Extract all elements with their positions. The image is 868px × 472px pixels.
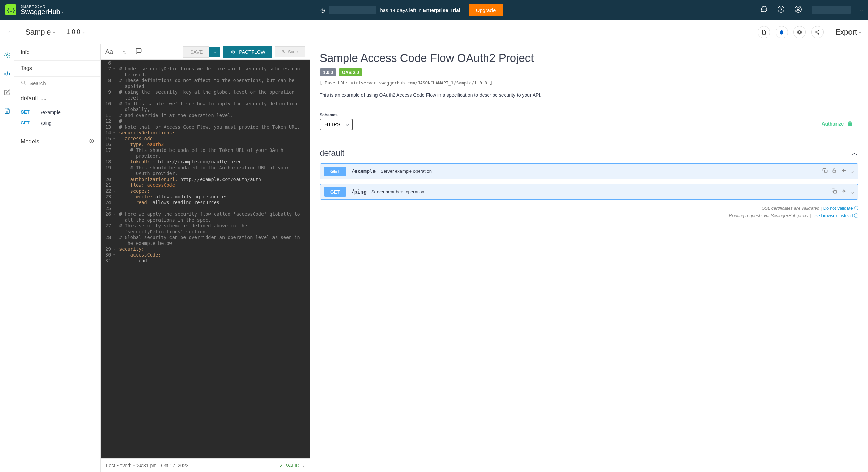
svg-point-8 — [815, 31, 817, 33]
tag-default[interactable]: default ︿ — [320, 148, 858, 158]
authorize-button[interactable]: Authorize — [816, 118, 858, 130]
svg-line-15 — [24, 84, 25, 85]
svg-point-7 — [818, 30, 819, 31]
svg-rect-22 — [834, 191, 837, 193]
user-icon[interactable] — [794, 5, 802, 15]
left-rail — [0, 44, 14, 472]
svg-point-2 — [765, 9, 765, 9]
share-button[interactable] — [811, 26, 824, 38]
chev-icon[interactable]: ⌵ — [851, 188, 854, 195]
chevron-up-icon: ︿ — [41, 95, 46, 102]
chev-icon[interactable]: ⌵ — [851, 168, 854, 174]
do-not-validate-link[interactable]: Do not validate ⓘ — [823, 206, 858, 211]
document-button[interactable] — [758, 26, 770, 38]
upgrade-button[interactable]: Upgrade — [469, 4, 503, 16]
validation-status[interactable]: ✓ VALID ⌵ — [279, 463, 304, 468]
nav-group-default[interactable]: default ︿ — [14, 90, 100, 107]
editor-status-bar: Last Saved: 5:24:31 pm - Oct 17, 2023 ✓ … — [101, 458, 310, 472]
copy-icon[interactable] — [832, 188, 837, 195]
path-label: /example — [41, 109, 61, 115]
op-path: /ping — [351, 189, 367, 195]
user-dropdown-caret[interactable]: ⌵ — [860, 8, 863, 12]
base-url: [ Base URL: virtserver.swaggerhub.com/JA… — [320, 80, 858, 86]
nav-tags[interactable]: Tags — [14, 61, 100, 77]
back-button[interactable]: ← — [7, 28, 14, 36]
schemes-label: Schemes — [320, 113, 353, 117]
version-badge: 1.0.0 — [320, 68, 336, 76]
nav-models[interactable]: Models — [14, 132, 100, 151]
search-input[interactable] — [29, 80, 94, 86]
clock-icon: ◷ — [320, 7, 325, 13]
chevron-up-icon: ︿ — [851, 148, 858, 158]
op-method: GET — [324, 167, 346, 176]
logo[interactable]: {..} SMARTBEAR SwaggerHub™ — [5, 4, 64, 15]
op-description: Server heartbeat operation — [371, 189, 827, 194]
org-name-redacted — [329, 6, 376, 14]
save-dropdown[interactable]: ⌵ — [209, 47, 220, 57]
logo-brand-big: SwaggerHub™ — [21, 8, 64, 15]
sub-header: ← Sample⌵ 1.0.0⌵ Export⌵ — [0, 20, 868, 44]
api-title: Sample Access Code Flow OAuth2 Project — [320, 51, 858, 65]
nav-search[interactable] — [14, 77, 100, 90]
logo-icon: {..} — [5, 4, 16, 15]
code-editor[interactable]: 6789101112131415161718192021222324252627… — [101, 60, 310, 458]
rail-code-icon[interactable] — [3, 70, 11, 78]
username-redacted — [812, 6, 851, 14]
op-description: Server example operation — [381, 169, 818, 174]
chat-icon[interactable] — [760, 5, 768, 15]
nav-endpoint[interactable]: GET/ping — [14, 118, 100, 129]
copy-icon[interactable] — [822, 168, 828, 174]
use-browser-link[interactable]: Use browser instead ⓘ — [812, 213, 858, 218]
svg-point-1 — [764, 9, 764, 9]
rail-edit-icon[interactable] — [3, 88, 11, 96]
link-icon[interactable] — [841, 168, 846, 174]
svg-rect-20 — [833, 170, 836, 172]
editor-toolbar: Aa ☼ SAVE ⌵ PACTFLOW ↻ Sync — [101, 44, 310, 60]
notifications-button[interactable] — [776, 26, 788, 38]
font-size-icon[interactable]: Aa — [105, 48, 113, 55]
nav-endpoint[interactable]: GET/example — [14, 107, 100, 118]
docs-panel: Sample Access Code Flow OAuth2 Project 1… — [310, 44, 868, 472]
operation[interactable]: GET /ping Server heartbeat operation ⌵ — [320, 184, 858, 200]
svg-point-14 — [22, 81, 25, 84]
rail-design-icon[interactable] — [3, 51, 11, 60]
rail-doc-icon[interactable] — [3, 107, 11, 115]
nav-panel: Info Tags default ︿ GET/exampleGET/ping … — [14, 44, 101, 472]
search-icon — [21, 80, 26, 87]
pactflow-button[interactable]: PACTFLOW — [223, 46, 272, 58]
svg-point-4 — [781, 11, 781, 11]
op-method: GET — [324, 187, 346, 197]
lock-icon — [847, 121, 853, 127]
theme-icon[interactable]: ☼ — [121, 48, 127, 55]
proxy-notes: SSL certificates are validated | Do not … — [320, 205, 858, 220]
editor-column: Aa ☼ SAVE ⌵ PACTFLOW ↻ Sync 67891 — [101, 44, 310, 472]
export-dropdown[interactable]: Export⌵ — [835, 28, 861, 37]
svg-point-9 — [818, 33, 819, 34]
schemes-select[interactable]: HTTPS — [320, 119, 353, 130]
link-icon[interactable] — [841, 188, 846, 195]
top-header: {..} SMARTBEAR SwaggerHub™ ◷ has 14 days… — [0, 0, 868, 20]
save-button[interactable]: SAVE — [183, 46, 209, 58]
nav-info[interactable]: Info — [14, 44, 100, 61]
lock-icon[interactable] — [832, 168, 837, 174]
refresh-icon: ↻ — [282, 49, 286, 54]
trial-message: ◷ has 14 days left in Enterprise Trial U… — [320, 4, 503, 16]
api-name-dropdown[interactable]: Sample⌵ — [25, 28, 55, 37]
version-dropdown[interactable]: 1.0.0⌵ — [67, 28, 85, 36]
help-icon[interactable] — [777, 5, 785, 15]
svg-line-11 — [7, 71, 8, 76]
plus-icon[interactable] — [89, 138, 94, 145]
method-label: GET — [21, 109, 34, 115]
operation[interactable]: GET /example Server example operation ⌵ — [320, 163, 858, 179]
svg-point-10 — [6, 55, 8, 56]
oas-badge: OAS 2.0 — [339, 68, 362, 76]
settings-button[interactable] — [793, 26, 806, 38]
svg-point-3 — [778, 6, 784, 12]
svg-point-0 — [763, 9, 763, 9]
api-description: This is an example of using OAuth2 Acces… — [320, 92, 858, 99]
sync-button[interactable]: ↻ Sync — [275, 46, 305, 57]
comments-icon[interactable] — [135, 48, 142, 56]
svg-rect-19 — [825, 170, 827, 173]
op-path: /example — [351, 168, 376, 174]
header-actions: ⌵ — [760, 5, 863, 15]
